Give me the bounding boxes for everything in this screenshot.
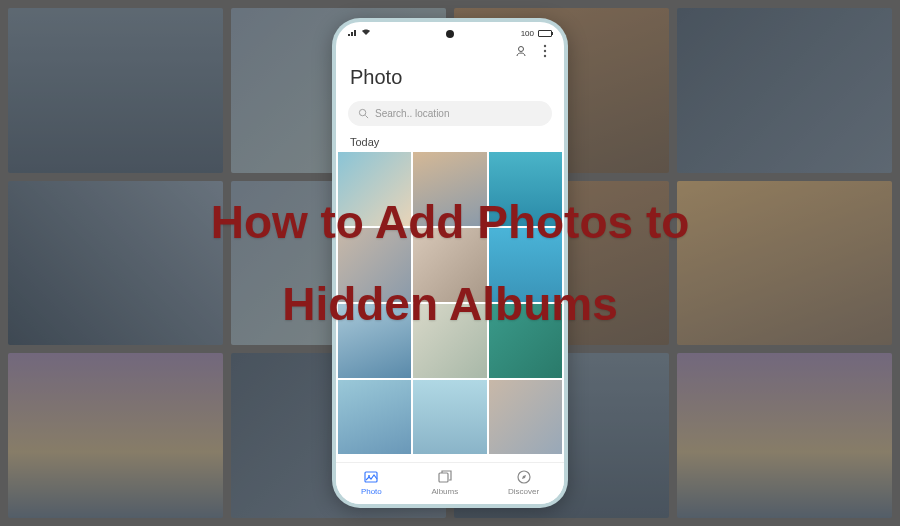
photo-thumbnail[interactable]	[338, 228, 411, 302]
svg-point-1	[544, 45, 546, 47]
battery-percent: 100	[521, 29, 534, 38]
camera-notch	[446, 30, 454, 38]
svg-point-3	[544, 55, 546, 57]
status-right: 100	[521, 29, 552, 38]
bottom-nav: Photo Albums Discover	[336, 462, 564, 504]
date-section-label: Today	[336, 134, 564, 152]
nav-label: Discover	[508, 487, 539, 496]
search-icon	[358, 108, 369, 119]
wifi-icon	[361, 28, 371, 38]
nav-label: Photo	[361, 487, 382, 496]
photo-thumbnail[interactable]	[489, 380, 562, 454]
svg-point-4	[359, 109, 365, 115]
search-input[interactable]: Search.. location	[348, 101, 552, 126]
battery-icon	[538, 30, 552, 37]
svg-rect-8	[439, 473, 448, 482]
svg-point-0	[519, 47, 524, 52]
page-title: Photo	[336, 62, 564, 97]
app-header	[336, 40, 564, 62]
phone-mockup: 100 Photo Search.. location Today	[332, 18, 568, 508]
nav-tab-albums[interactable]: Albums	[432, 469, 459, 496]
signal-icon	[348, 28, 358, 38]
albums-icon	[437, 469, 453, 485]
photo-thumbnail[interactable]	[489, 152, 562, 226]
nav-label: Albums	[432, 487, 459, 496]
nav-tab-photo[interactable]: Photo	[361, 469, 382, 496]
status-left	[348, 28, 371, 38]
photo-thumbnail[interactable]	[338, 152, 411, 226]
profile-icon[interactable]	[514, 44, 528, 58]
photo-thumbnail[interactable]	[413, 380, 486, 454]
photo-thumbnail[interactable]	[413, 304, 486, 378]
photo-thumbnail[interactable]	[489, 304, 562, 378]
photo-thumbnail[interactable]	[338, 380, 411, 454]
nav-tab-discover[interactable]: Discover	[508, 469, 539, 496]
photo-grid	[336, 152, 564, 462]
svg-line-5	[365, 115, 368, 118]
photo-thumbnail[interactable]	[338, 304, 411, 378]
svg-point-2	[544, 50, 546, 52]
phone-screen: 100 Photo Search.. location Today	[336, 22, 564, 504]
discover-icon	[516, 469, 532, 485]
more-icon[interactable]	[538, 44, 552, 58]
photo-icon	[363, 469, 379, 485]
search-placeholder: Search.. location	[375, 108, 450, 119]
photo-thumbnail[interactable]	[413, 228, 486, 302]
photo-thumbnail[interactable]	[489, 228, 562, 302]
photo-thumbnail[interactable]	[413, 152, 486, 226]
